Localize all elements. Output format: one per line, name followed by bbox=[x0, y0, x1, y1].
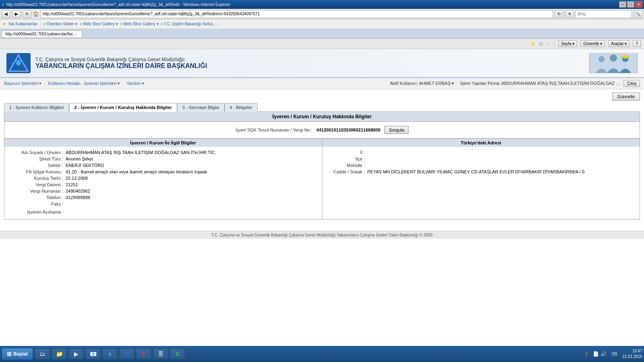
taskbar-icon-4: 📧 bbox=[89, 350, 97, 358]
help-button[interactable]: ? bbox=[633, 40, 641, 47]
tab-1[interactable]: 1 - İşveren Kullanıcı Bilgileri bbox=[4, 103, 69, 112]
sirket-value: Anonim Şirket bbox=[66, 156, 317, 161]
nav-basvuru-label: Başvuru İşlemleri ▾ bbox=[4, 81, 41, 86]
araclar-button[interactable]: Araçlar ▾ bbox=[608, 40, 630, 47]
fav-item-3[interactable]: e Web Slice Gallery ▾ bbox=[120, 22, 159, 26]
vergi-dairesi-value: 21251 bbox=[66, 182, 317, 187]
taskbar-app-4[interactable]: 📧 bbox=[85, 348, 101, 360]
fav-item-2[interactable]: e Web Slice Gallery ▾ bbox=[80, 22, 118, 26]
header-title-main: YABANCILARIN ÇALIŞMA İZİNLERİ DAİRE BAŞK… bbox=[35, 62, 207, 70]
tab-4-label: 4 - Belgeler bbox=[230, 105, 252, 110]
nav-separator: | bbox=[456, 81, 458, 86]
tab-1-label: 1 - İşveren Kullanıcı Bilgileri bbox=[9, 105, 64, 110]
taskbar-app-8[interactable]: 🗄 bbox=[153, 348, 168, 360]
taskbar-app-3[interactable]: ▶ bbox=[68, 348, 84, 360]
sayfa-button[interactable]: Sayfa ▾ bbox=[558, 40, 577, 47]
toolbar-sep-3: 🖨 bbox=[547, 41, 551, 46]
header-logo bbox=[6, 53, 31, 73]
sys-icons: 🏴 📄 🔊 bbox=[585, 351, 607, 357]
nav-yardim[interactable]: Yardım ▾ bbox=[126, 81, 144, 86]
active-user-label[interactable]: Aktif Kullanıcı: AHMET ERBAŞ ▾ bbox=[390, 81, 454, 86]
taskbar-app-1[interactable]: 🗂 bbox=[35, 348, 50, 360]
address-input[interactable] bbox=[41, 10, 553, 18]
adi-label: Adı Soyadı / Ünvanı : bbox=[9, 150, 66, 155]
forward-button[interactable]: ▶ bbox=[12, 10, 21, 18]
windows-icon: ⊞ bbox=[7, 351, 12, 357]
minimize-button[interactable]: – bbox=[619, 1, 626, 8]
ie-icon-small-3: e bbox=[120, 22, 123, 26]
cadde-value: PEYAS MH.DİCLEKENT BULVARI YILMAC GÜNEY … bbox=[367, 169, 635, 174]
sorgula-button[interactable]: Sorgula bbox=[384, 126, 409, 134]
toolbar-row: ⭐ 📰 🖨 | Sayfa ▾ Güvenlik ▾ Araçlar ▾ ? bbox=[0, 39, 644, 49]
sgk-row: İşyeri SGK Tescil Numarası / Vergi No : … bbox=[4, 122, 640, 138]
nav-kullanici[interactable]: Kullanıcı Hesabı - İşveren İşlemleri ▾ bbox=[48, 81, 120, 86]
tab-4[interactable]: 4 - Belgeler bbox=[225, 103, 258, 112]
title-bar: e http://st000was01:7001/yabancılar/face… bbox=[0, 0, 644, 9]
maximize-button[interactable]: □ bbox=[627, 1, 634, 8]
left-col-header: İşveren / Kurum İle İlgili Bilgiler bbox=[4, 139, 322, 147]
fav-item-1-label: Önerilen Siteler ▾ bbox=[47, 22, 78, 26]
search-input[interactable] bbox=[576, 10, 632, 18]
sirket-label: Şirket Türü : bbox=[9, 156, 66, 161]
tab-2-label: 2 - İşveren / Kurum / Kuruluş Hakkında B… bbox=[74, 105, 172, 110]
two-col: İşveren / Kurum İle İlgili Bilgiler Adı … bbox=[4, 138, 640, 219]
form-container: İşveren / Kurum / Kuruluş Hakkında Bilgi… bbox=[4, 111, 640, 220]
home-icon: 🏠 bbox=[33, 11, 39, 17]
content-area: Güncelle 1 - İşveren Kullanıcı Bilgileri… bbox=[0, 89, 644, 223]
refresh-small-button[interactable]: ↻ bbox=[555, 10, 564, 18]
taskbar-icon-7: P bbox=[140, 350, 148, 358]
form-row-adi: Adı Soyadı / Ünvanı : ABDURRAHMAN ATAŞ İ… bbox=[9, 150, 317, 155]
language-button[interactable]: TR bbox=[610, 351, 619, 358]
taskbar-icon-9: S bbox=[173, 350, 182, 358]
toolbar-separator: | bbox=[554, 41, 555, 46]
header-title-top: T.C. Çalışma ve Sosyal Güvenlik Bakanlığ… bbox=[35, 57, 207, 62]
browser-tab-1[interactable]: http://st000was01:7001/yabancılar/faces/… bbox=[2, 31, 82, 37]
header-photo bbox=[589, 53, 638, 73]
refresh-button[interactable]: ↻ bbox=[23, 10, 31, 18]
fili-value: 41.20 - İkamet amaçlı olan veya ikamet a… bbox=[66, 169, 317, 174]
guncelle-button[interactable]: Güncelle bbox=[612, 93, 640, 101]
date: 21.01.2016 bbox=[622, 354, 642, 360]
cadde-label: Cadde / Sokak : bbox=[327, 169, 367, 174]
addr-row-cadde: Cadde / Sokak : PEYAS MH.DİCLEKENT BULVA… bbox=[327, 169, 635, 174]
page-footer: T.C. Çalışma ve Sosyal Güvenlik Bakanlığ… bbox=[0, 231, 644, 239]
vergi-dairesi-label: Vergi Dairesi : bbox=[9, 182, 66, 187]
close-button[interactable]: ✕ bbox=[635, 1, 642, 8]
vergi-no-label: Vergi Numarası : bbox=[9, 189, 66, 193]
search-go-button[interactable]: 🔍 bbox=[634, 10, 642, 18]
address-bar: ◀ ▶ ↻ 🏠 ↻ ✕ 🔍 bbox=[0, 9, 644, 19]
guvenlik-button[interactable]: Güvenlik ▾ bbox=[580, 40, 605, 47]
favorites-label[interactable]: Sık Kullanılanlar bbox=[8, 22, 37, 26]
nav-active-user: Aktif Kullanıcı: AHMET ERBAŞ ▾ | İşlem Y… bbox=[390, 80, 640, 87]
tab-2[interactable]: 2 - İşveren / Kurum / Kuruluş Hakkında B… bbox=[69, 103, 177, 112]
taskbar-app-6[interactable]: W bbox=[119, 348, 134, 360]
taskbar-app-2[interactable]: 📁 bbox=[52, 348, 67, 360]
aciklama-label: İşveren Açıklama : bbox=[9, 210, 66, 214]
taskbar-file-icon: 📄 bbox=[593, 351, 599, 357]
header-text: T.C. Çalışma ve Sosyal Güvenlik Bakanlığ… bbox=[35, 57, 207, 70]
vergi-no-value: 2490402962 bbox=[66, 189, 317, 193]
start-button[interactable]: ⊞ Başlat bbox=[2, 348, 33, 360]
stop-button[interactable]: ✕ bbox=[565, 10, 574, 18]
form-row-sektor: Sektör : ENERJİ SEKTÖRÜ bbox=[9, 163, 317, 168]
time: 10:47 bbox=[622, 348, 642, 354]
addr-row-ilce: İlçe : bbox=[327, 156, 635, 161]
active-firm-label[interactable]: İşlem Yapılan Firma: ABDURRAHMAN ATAŞ İN… bbox=[460, 81, 621, 86]
taskbar-app-9[interactable]: S bbox=[170, 348, 185, 360]
back-button[interactable]: ◀ bbox=[2, 10, 10, 18]
fav-item-4-label: T.C. İçişleri Bakanlığı Nüfus ... bbox=[164, 22, 217, 26]
form-row-telefon: Telefon : 3129999999 bbox=[9, 195, 317, 200]
fav-item-1[interactable]: e Önerilen Siteler ▾ bbox=[43, 22, 77, 26]
taskbar-app-5[interactable]: e bbox=[102, 348, 118, 360]
nav-basvuru[interactable]: Başvuru İşlemleri ▾ bbox=[4, 81, 41, 86]
il-label: İl : bbox=[327, 150, 367, 155]
taskbar-right: 🏴 📄 🔊 TR 10:47 21.01.2016 bbox=[585, 348, 642, 360]
mahalle-label: Mahalle : bbox=[327, 163, 367, 168]
right-col-header: Türkiye'deki Adresi bbox=[322, 139, 640, 147]
window-title: http://st000was01:7001/yabancılar/faces/… bbox=[6, 2, 230, 7]
ie-icon-small: e bbox=[43, 22, 46, 26]
taskbar-app-7[interactable]: P bbox=[136, 348, 151, 360]
fav-item-4[interactable]: e T.C. İçişleri Bakanlığı Nüfus ... bbox=[161, 22, 218, 26]
logout-button[interactable]: Çıkış bbox=[623, 80, 640, 87]
tab-3[interactable]: 3 - Sermaye Bilgisi bbox=[177, 103, 225, 112]
